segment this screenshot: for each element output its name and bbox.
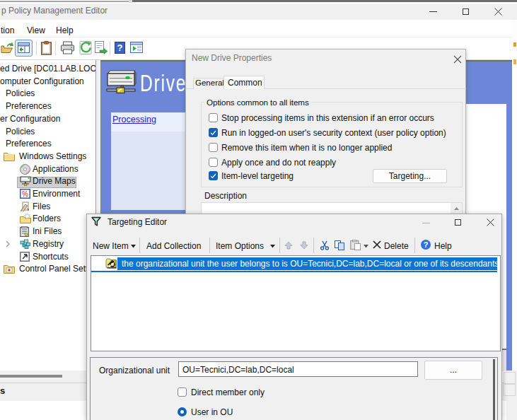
svg-text:%: % (22, 190, 28, 198)
